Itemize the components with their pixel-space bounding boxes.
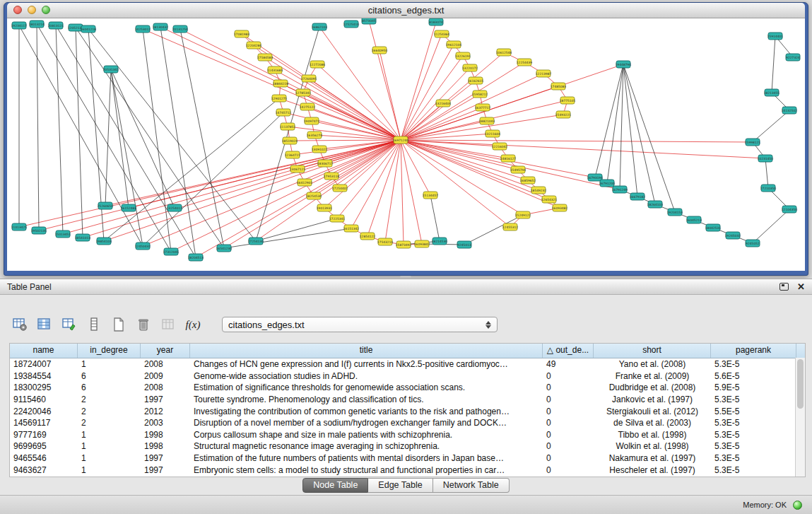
table-row[interactable]: 946362711997Embryonic stem cells: a mode… (10, 464, 805, 476)
graph-node[interactable]: 12654321 (541, 196, 558, 203)
graph-node[interactable]: 15249122 (515, 211, 531, 218)
graph-node[interactable]: 12785341 (295, 89, 312, 96)
graph-node[interactable]: 18013214 (29, 21, 45, 28)
graph-node[interactable]: 18541013 (75, 234, 91, 241)
float-panel-icon[interactable] (779, 283, 789, 291)
graph-node[interactable]: 18306717 (317, 160, 334, 167)
graph-node[interactable]: 20813121 (48, 22, 64, 29)
new-document-icon[interactable] (110, 316, 127, 333)
table-selector-dropdown[interactable]: citations_edges.txt (222, 317, 498, 332)
graph-node[interactable]: 16679182 (630, 193, 646, 200)
window-titlebar[interactable]: citations_edges.txt (7, 3, 805, 18)
close-panel-icon[interactable]: ✕ (797, 282, 805, 291)
graph-node[interactable]: 14745712 (276, 109, 292, 116)
graph-node[interactable]: 16791200 (599, 180, 616, 187)
table-row[interactable]: 1830029562008Estimation of significance … (10, 382, 805, 394)
tab-node-table[interactable]: Node Table (302, 478, 368, 493)
graph-node[interactable]: 16377717 (475, 104, 491, 111)
table-settings-icon[interactable] (11, 316, 28, 333)
graph-node[interactable]: 14253012 (135, 25, 151, 33)
graph-node[interactable]: 17254130 (248, 238, 264, 245)
edit-table-icon[interactable] (61, 316, 78, 333)
graph-node[interactable]: 16162615 (468, 77, 484, 84)
table-row[interactable]: 946554611997Estimation of the future num… (10, 452, 805, 465)
graph-node[interactable]: 17312045 (163, 248, 180, 255)
graph-node[interactable]: 18214530 (432, 238, 448, 245)
graph-node[interactable]: 17543210 (377, 238, 394, 245)
graph-node[interactable]: 15495794 (510, 166, 526, 173)
graph-node[interactable]: 18254530 (306, 192, 322, 199)
graph-node[interactable]: 16791249 (612, 186, 628, 193)
graph-node[interactable]: 13091022 (312, 146, 328, 153)
graph-node[interactable]: 15873492 (396, 241, 412, 248)
graph-node[interactable]: 13067121 (290, 165, 306, 173)
column-header-out_de[interactable]: △ out_de... (543, 344, 594, 358)
graph-node[interactable]: 18264103 (647, 201, 664, 208)
column-header-title[interactable]: title (190, 344, 543, 358)
column-header-in_degree[interactable]: in_degree (78, 344, 141, 358)
table-row[interactable]: 1938455462009Genome-wide association stu… (10, 370, 805, 382)
graph-node[interactable]: 19097471 (304, 117, 320, 124)
graph-node[interactable]: 19234117 (11, 22, 28, 29)
graph-node[interactable]: 13216404 (435, 100, 452, 107)
graph-node[interactable]: 17225341 (329, 215, 346, 222)
zoom-window-button[interactable] (42, 6, 50, 14)
graph-node[interactable]: 17081983 (234, 30, 250, 37)
graph-node[interactable]: 18775105 (560, 97, 576, 104)
graph-node[interactable]: 16093842 (414, 240, 430, 247)
table-row[interactable]: 1872400712008Changes of HCN gene express… (10, 358, 805, 370)
graph-node[interactable]: 18213455 (764, 89, 780, 96)
graph-node[interactable]: 12450432 (135, 243, 151, 250)
graph-node[interactable]: 14816127 (500, 155, 517, 162)
graph-node[interactable]: 8183074 (429, 18, 443, 25)
graph-node[interactable]: 11137852 (280, 123, 296, 130)
graph-node[interactable]: 12272086 (310, 61, 326, 68)
graph-node[interactable]: 11013425 (11, 223, 28, 230)
graph-node[interactable]: 14275122 (300, 103, 316, 110)
graph-node[interactable]: 16541230 (216, 245, 233, 252)
column-header-name[interactable]: name (10, 344, 78, 358)
graph-node[interactable]: 9245052 (746, 240, 760, 247)
row-list-icon[interactable] (86, 316, 102, 333)
graph-node[interactable]: 13211604 (485, 130, 501, 137)
graph-node[interactable]: 15134457 (423, 192, 439, 199)
column-header-year[interactable]: year (141, 344, 190, 358)
graph-node[interactable]: 18042531 (705, 224, 722, 231)
graph-node[interactable]: 19502135 (31, 227, 47, 234)
graph-node[interactable]: 12204284 (246, 42, 262, 49)
table-row[interactable]: 911546021997Tourette syndrome. Phenomeno… (10, 394, 805, 406)
graph-node[interactable]: 12213987 (536, 70, 552, 77)
graph-node[interactable]: 16640950 (372, 47, 388, 54)
graph-node[interactable]: 15914401 (767, 33, 784, 40)
table-row[interactable]: 969969511998Structural magnetic resonanc… (10, 440, 805, 452)
graph-node[interactable]: 14132502 (782, 107, 798, 114)
table-row[interactable]: 2242004622012Investigating the contribut… (10, 405, 805, 417)
scrollbar-thumb[interactable] (797, 359, 804, 409)
graph-node[interactable]: 16971240 (393, 136, 409, 144)
graph-node[interactable]: 10231450 (758, 155, 774, 162)
graph-node[interactable]: 12104350 (782, 206, 798, 213)
graph-node[interactable]: 19612104 (446, 41, 462, 48)
graph-node[interactable]: 12525410 (343, 21, 360, 28)
graph-node[interactable]: 19448794 (616, 61, 632, 68)
graph-node[interactable]: 16859652 (520, 177, 536, 184)
column-header-pagerank[interactable]: pagerank (711, 344, 796, 358)
graph-node[interactable]: 17485083 (551, 83, 567, 90)
graph-node[interactable]: 13220172 (462, 64, 478, 71)
graph-node[interactable]: 18821043 (479, 117, 495, 124)
graph-node[interactable]: 17264095 (301, 75, 317, 82)
graph-node[interactable]: 11254364 (434, 30, 450, 37)
graph-node[interactable]: 12364721 (285, 151, 301, 158)
graph-node[interactable]: 12901275 (271, 95, 288, 102)
import-table-icon[interactable] (160, 316, 177, 333)
graph-node[interactable]: 12254439 (517, 59, 533, 66)
function-fx-icon[interactable]: f(x) (184, 316, 201, 333)
graph-node[interactable]: 16412901 (297, 179, 313, 186)
graph-node[interactable]: 15493221 (555, 111, 572, 118)
graph-node[interactable]: 19204153 (667, 209, 683, 216)
network-canvas[interactable]: 1697124017081983122042841758458311431683… (7, 18, 805, 271)
graph-node[interactable]: 16356274 (307, 132, 323, 139)
graph-node[interactable]: 20531342 (103, 66, 119, 73)
graph-node[interactable]: 11431683 (267, 66, 283, 74)
minimize-window-button[interactable] (28, 6, 36, 14)
